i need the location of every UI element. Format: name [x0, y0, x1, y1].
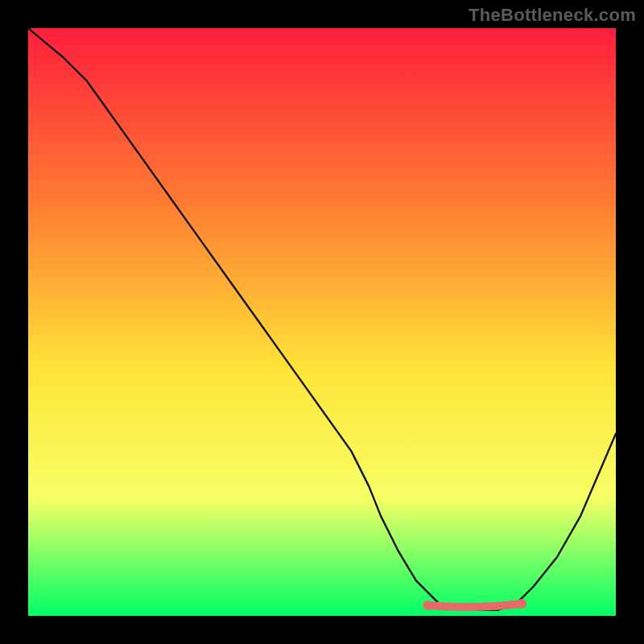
optimal-range-marker	[427, 604, 522, 607]
gradient-background	[28, 28, 616, 616]
optimal-range-dot-left	[423, 601, 432, 610]
chart-container: TheBottleneck.com	[0, 0, 644, 644]
watermark-text: TheBottleneck.com	[469, 5, 636, 26]
optimal-range-dot-right	[517, 599, 526, 609]
plot-area	[28, 28, 616, 616]
chart-svg	[28, 28, 616, 616]
